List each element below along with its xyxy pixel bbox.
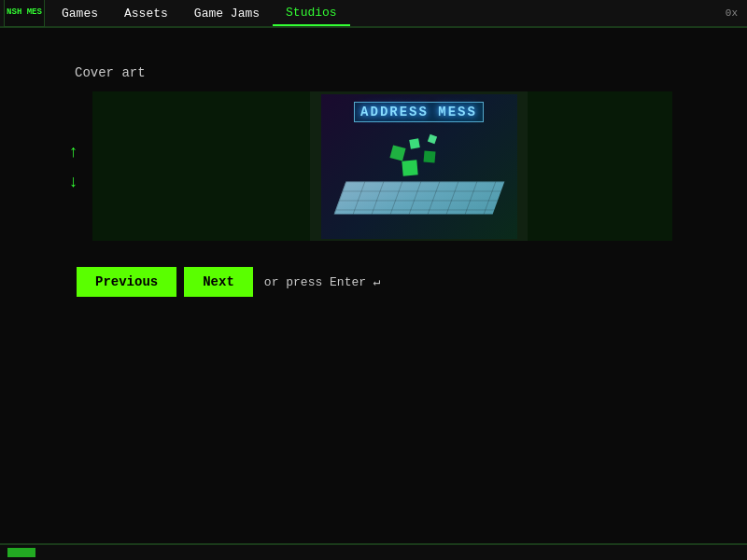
cube-1 <box>389 145 405 161</box>
iso-grid-lines <box>333 181 504 214</box>
carousel-up-arrow[interactable]: ↑ <box>65 141 81 161</box>
carousel-item-center: ADDRESS MESS <box>310 91 528 241</box>
nav-item-gamejams[interactable]: Game Jams <box>181 0 273 26</box>
carousel-wrapper: ↑ ↓ ADDRESS MESS <box>65 91 672 241</box>
game-art-title: ADDRESS MESS <box>354 102 484 122</box>
navbar: NSH MES Games Assets Game Jams Studios 0… <box>0 0 747 28</box>
cube-2 <box>409 138 420 149</box>
nav-item-studios[interactable]: Studios <box>273 0 350 26</box>
nav-items: Games Assets Game Jams Studios <box>49 0 720 26</box>
window-controls[interactable]: 0x <box>720 7 743 19</box>
bottom-controls: Previous Next or press Enter ↵ <box>77 267 672 297</box>
carousel-nav-col: ↑ ↓ <box>65 141 81 191</box>
carousel-item-left <box>92 91 310 241</box>
enter-hint: or press Enter ↵ <box>264 274 381 289</box>
nav-item-assets[interactable]: Assets <box>111 0 181 26</box>
game-cover-image: ADDRESS MESS <box>310 91 528 241</box>
app-logo: NSH MES <box>4 0 45 27</box>
main-content: Cover art ↑ ↓ ADDRESS MESS <box>0 28 747 315</box>
next-button[interactable]: Next <box>184 267 253 297</box>
carousel-track: ADDRESS MESS <box>92 91 672 241</box>
game-art-scene <box>335 128 503 231</box>
previous-button[interactable]: Previous <box>77 267 176 297</box>
cover-art-label: Cover art <box>75 65 672 80</box>
cube-4 <box>427 133 436 143</box>
bottom-bar-accent <box>7 548 35 557</box>
carousel-item-right <box>528 91 672 241</box>
game-art: ADDRESS MESS <box>321 94 517 239</box>
cube-3 <box>423 150 435 162</box>
bottom-bar <box>0 543 747 560</box>
carousel-down-arrow[interactable]: ↓ <box>65 171 81 191</box>
nav-item-games[interactable]: Games <box>49 0 111 26</box>
cube-5 <box>402 160 417 175</box>
